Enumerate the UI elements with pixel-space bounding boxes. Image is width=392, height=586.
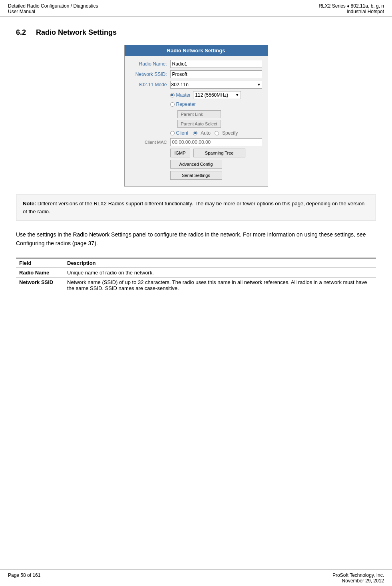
field-table: Field Description Radio Name Unique name… (16, 258, 376, 293)
specify-label: Specify (222, 130, 238, 136)
col-field-header: Field (16, 258, 64, 268)
header-left-line1: Detailed Radio Configuration / Diagnosti… (8, 3, 98, 9)
radio-network-panel: Radio Network Settings Radio Name: Radio… (124, 45, 268, 187)
radio-name-row: Radio Name: Radio1 (130, 60, 262, 68)
mode-select[interactable]: 802.11n ▼ (170, 81, 262, 89)
serial-settings-button[interactable]: Serial Settings (170, 171, 222, 180)
note-box: Note: Different versions of the RLX2 Rad… (16, 195, 376, 220)
master-radio-circle (170, 93, 175, 97)
advanced-config-row: Advanced Config (130, 160, 262, 169)
field-name-0: Radio Name (16, 268, 64, 277)
header-left: Detailed Radio Configuration / Diagnosti… (8, 3, 98, 14)
header-right-line1: RLX2 Series ♦ 802.11a, b, g, n (318, 3, 384, 9)
mode-value: 802.11n (171, 82, 189, 87)
table-row: Network SSID Network name (SSID) of up t… (16, 277, 376, 293)
header-right: RLX2 Series ♦ 802.11a, b, g, n Industria… (318, 3, 384, 14)
client-mac-label: Client MAC (130, 140, 170, 145)
panel-body: Radio Name: Radio1 Network SSID: Prosoft… (125, 56, 268, 186)
section-number: 6.2 (16, 28, 26, 36)
repeater-label: Repeater (176, 101, 196, 107)
client-row: Client Auto Specify (130, 130, 262, 136)
repeater-radio-circle (170, 102, 175, 107)
body-text: Use the settings in the Radio Network Se… (16, 230, 376, 248)
col-description-header: Description (64, 258, 376, 268)
field-name-1: Network SSID (16, 277, 64, 293)
footer-right: ProSoft Technology, Inc. November 29, 20… (332, 572, 384, 584)
header-left-line2: User Manual (8, 9, 98, 14)
radio-name-input[interactable]: Radio1 (170, 60, 262, 68)
parent-link-button[interactable]: Parent Link (177, 110, 221, 118)
panel-container: Radio Network Settings Radio Name: Radio… (16, 45, 376, 187)
section-heading: 6.2 Radio Network Settings (16, 28, 376, 37)
radio-name-label: Radio Name: (130, 61, 170, 67)
table-row: Radio Name Unique name of radio on the n… (16, 268, 376, 277)
section-title: Radio Network Settings (36, 28, 117, 36)
advanced-config-button[interactable]: Advanced Config (170, 160, 222, 169)
field-desc-0: Unique name of radio on the network. (64, 268, 376, 277)
auto-radio-circle (193, 131, 197, 135)
network-ssid-input[interactable]: Prosoft (170, 70, 262, 78)
note-prefix: Note: (23, 201, 36, 207)
specify-radio-circle (215, 131, 219, 135)
channel-value: 112 (5560MHz) (195, 92, 228, 98)
repeater-row: Repeater Parent Link Parent Auto Select (130, 101, 262, 128)
table-body: Radio Name Unique name of radio on the n… (16, 268, 376, 293)
client-mac-input[interactable]: 00.00.00.00.00.00 (170, 138, 262, 146)
mode-row: 802.11 Mode 802.11n ▼ (130, 81, 262, 89)
network-ssid-label: Network SSID: (130, 72, 170, 77)
master-row: Master 112 (5560MHz) ▼ (130, 91, 262, 99)
main-content: 6.2 Radio Network Settings Radio Network… (0, 16, 392, 309)
network-ssid-row: Network SSID: Prosoft (130, 70, 262, 78)
footer-left: Page 58 of 161 (8, 572, 40, 584)
master-option[interactable]: Master (170, 92, 191, 98)
client-label: Client (176, 130, 189, 136)
page-footer: Page 58 of 161 ProSoft Technology, Inc. … (0, 570, 392, 586)
repeater-option[interactable]: Repeater (170, 101, 196, 107)
page-header: Detailed Radio Configuration / Diagnosti… (0, 0, 392, 16)
igmp-button[interactable]: IGMP (170, 149, 190, 157)
parent-auto-select-button[interactable]: Parent Auto Select (177, 120, 221, 128)
header-right-line2: Industrial Hotspot (318, 9, 384, 14)
channel-arrow: ▼ (235, 93, 239, 97)
master-label: Master (176, 92, 191, 98)
table-head: Field Description (16, 258, 376, 268)
panel-title: Radio Network Settings (125, 45, 268, 56)
client-radio-circle (170, 131, 175, 135)
serial-settings-row: Serial Settings (130, 171, 262, 180)
footer-right-line2: November 29, 2012 (332, 578, 384, 584)
master-with-channel: Master 112 (5560MHz) ▼ (170, 91, 262, 99)
footer-right-line1: ProSoft Technology, Inc. (332, 572, 384, 578)
note-text: Different versions of the RLX2 Radios su… (23, 201, 364, 215)
client-option[interactable]: Client (170, 130, 189, 136)
client-mac-row: Client MAC 00.00.00.00.00.00 (130, 138, 262, 146)
auto-label: Auto (201, 130, 211, 136)
field-desc-1: Network name (SSID) of up to 32 characte… (64, 277, 376, 293)
mode-label: 802.11 Mode (130, 82, 170, 87)
channel-select[interactable]: 112 (5560MHz) ▼ (193, 91, 241, 99)
spanning-tree-button[interactable]: Spanning Tree (193, 149, 245, 157)
igmp-row: IGMP Spanning Tree (130, 149, 262, 157)
mode-select-arrow: ▼ (257, 83, 261, 87)
